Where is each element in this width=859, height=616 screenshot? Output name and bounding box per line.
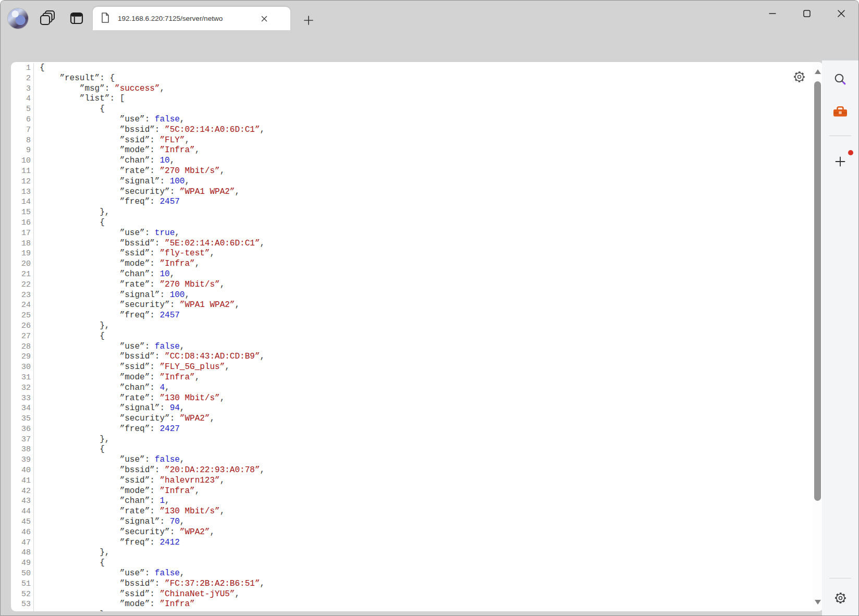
line-content: ”mode”: ”Infra”, (33, 486, 200, 497)
json-line: 8 ”ssid”: ”FLY”, (11, 135, 813, 146)
line-number: 3 (11, 84, 31, 94)
scrollbar-thumb[interactable] (814, 81, 821, 501)
line-number: 31 (11, 373, 31, 383)
json-viewer-options-button[interactable] (791, 68, 807, 85)
minimize-icon (768, 9, 777, 18)
active-tab[interactable]: 192.168.6.220:7125/server/netwo (93, 7, 290, 30)
maximize-icon (802, 9, 812, 18)
line-content: ”ssid”: ”fly-test”, (33, 249, 215, 259)
line-number: 27 (11, 331, 31, 342)
browser-window: 192.168.6.220:7125/server/netwo (0, 0, 859, 616)
line-number: 22 (11, 280, 31, 290)
line-content: ”freq”: 2427 (33, 424, 180, 435)
json-line: 45 ”signal”: 70, (11, 517, 813, 527)
line-content: { (33, 218, 105, 228)
line-content: ”use”: false, (33, 569, 185, 579)
json-line: 6 ”use”: false, (11, 115, 813, 125)
json-line: 4 ”list”: [ (11, 94, 813, 104)
line-content: ”rate”: ”270 Mbit/s”, (33, 166, 225, 177)
json-line: 44 ”rate”: ”130 Mbit/s”, (11, 507, 813, 517)
line-content: ”bssid”: ”20:DA:22:93:A0:78”, (33, 465, 265, 476)
minimize-button[interactable] (755, 1, 790, 27)
json-line: 23 ”signal”: 100, (11, 290, 813, 301)
line-number: 4 (11, 94, 31, 104)
line-content: ”list”: [ (33, 94, 125, 104)
json-line: 38 { (11, 445, 813, 455)
json-line: 14 ”freq”: 2457 (11, 197, 813, 207)
line-content: ”mode”: ”Infra”, (33, 259, 200, 269)
tab-strip: 192.168.6.220:7125/server/netwo (1, 1, 858, 30)
profile-avatar[interactable] (8, 8, 28, 29)
json-line: 21 ”chan”: 10, (11, 269, 813, 280)
json-line: 34 ”signal”: 94, (11, 403, 813, 414)
line-number: 47 (11, 538, 31, 548)
line-number: 8 (11, 135, 31, 146)
line-content: ”rate”: ”130 Mbit/s”, (33, 393, 225, 404)
json-line: 17 ”use”: true, (11, 228, 813, 239)
line-number: 21 (11, 269, 31, 280)
sidebar-tools-button[interactable] (831, 102, 850, 121)
line-content: ”rate”: ”270 Mbit/s”, (33, 280, 225, 290)
json-line: 19 ”ssid”: ”fly-test”, (11, 249, 813, 259)
line-content: ”ssid”: ”ChinaNet-jYU5”, (33, 589, 240, 600)
json-line: 18 ”bssid”: ”5E:02:14:A0:6D:C1”, (11, 239, 813, 249)
line-number: 45 (11, 517, 31, 527)
json-line: 49 { (11, 558, 813, 569)
line-content: ”bssid”: ”CC:D8:43:AD:CD:B9”, (33, 352, 265, 362)
scroll-up-arrow[interactable] (815, 69, 821, 74)
json-line: 9 ”mode”: ”Infra”, (11, 145, 813, 156)
line-number: 44 (11, 507, 31, 517)
line-number: 5 (11, 104, 31, 115)
line-number: 16 (11, 218, 31, 228)
line-content: { (33, 558, 105, 569)
edge-sidebar (822, 60, 858, 615)
sidebar-search-button[interactable] (831, 70, 850, 89)
json-line: 22 ”rate”: ”270 Mbit/s”, (11, 280, 813, 290)
toolbox-icon (831, 104, 849, 119)
json-line: 52 ”ssid”: ”ChinaNet-jYU5”, (11, 589, 813, 600)
json-line: 20 ”mode”: ”Infra”, (11, 259, 813, 269)
line-content: ”security”: ”WPA2”, (33, 527, 215, 538)
json-line: 24 ”security”: ”WPA1 WPA2”, (11, 300, 813, 311)
json-line: 3 ”msg”: ”success”, (11, 84, 813, 94)
line-number: 10 (11, 156, 31, 166)
tab-actions-button[interactable] (67, 11, 86, 28)
json-line: 30 ”ssid”: ”FLY_5G_plus”, (11, 362, 813, 373)
maximize-button[interactable] (790, 1, 824, 27)
line-number: 24 (11, 300, 31, 311)
line-content: }, (33, 435, 109, 445)
line-content: ”security”: ”WPA2”, (33, 414, 215, 424)
json-line: 12 ”signal”: 100, (11, 177, 813, 187)
json-line: 1{ (11, 63, 813, 73)
notification-dot (848, 150, 853, 155)
line-number: 34 (11, 403, 31, 414)
line-content: ”mode”: ”Infra”, (33, 373, 200, 383)
tab-close-button[interactable] (257, 12, 271, 26)
window-controls (755, 1, 858, 27)
line-content: ”signal”: 94, (33, 403, 185, 414)
vertical-scrollbar[interactable] (813, 62, 823, 611)
line-number: 11 (11, 166, 31, 177)
line-content: ”freq”: 2457 (33, 311, 180, 321)
line-content: ”signal”: 70, (33, 517, 185, 527)
line-content: } (33, 610, 105, 611)
workspaces-button[interactable] (38, 11, 57, 28)
line-number: 30 (11, 362, 31, 373)
json-line: 13 ”security”: ”WPA1 WPA2”, (11, 187, 813, 198)
sidebar-add-button[interactable] (831, 152, 850, 171)
close-window-button[interactable] (824, 1, 858, 27)
line-number: 42 (11, 486, 31, 497)
line-content: ”mode”: ”Infra”, (33, 145, 200, 156)
line-number: 41 (11, 476, 31, 486)
line-number: 54 (11, 610, 31, 611)
tab-actions-icon (69, 11, 84, 28)
line-number: 46 (11, 527, 31, 538)
line-number: 53 (11, 599, 31, 610)
json-line: 33 ”rate”: ”130 Mbit/s”, (11, 393, 813, 404)
json-code: 1{2 ”result”: {3 ”msg”: ”success”,4 ”lis… (11, 63, 813, 611)
line-number: 49 (11, 558, 31, 569)
json-line: 32 ”chan”: 4, (11, 383, 813, 393)
sidebar-settings-button[interactable] (831, 588, 850, 607)
scroll-down-arrow[interactable] (815, 600, 821, 605)
new-tab-button[interactable] (300, 12, 317, 29)
